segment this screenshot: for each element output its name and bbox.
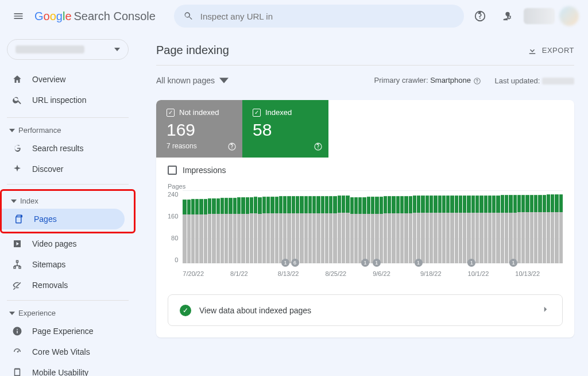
sidebar-item-label: URL inspection (32, 95, 86, 105)
group-experience[interactable]: Experience (0, 305, 138, 321)
caret-down-icon (9, 310, 15, 316)
page-title: Page indexing (156, 44, 229, 57)
tile-indexed[interactable]: Indexed 58 (242, 100, 328, 158)
help-icon[interactable] (473, 77, 481, 85)
sidebar-item-overview[interactable]: Overview (0, 69, 129, 90)
product-name: Search Console (74, 10, 156, 23)
sidebar-item-label: Overview (32, 75, 65, 84)
sidebar-item-video-pages[interactable]: Video pages (0, 233, 129, 254)
impressions-toggle[interactable]: Impressions (156, 158, 574, 183)
property-name-blur (16, 45, 84, 53)
sidebar-item-pages[interactable]: Pages (2, 209, 125, 229)
sidebar-item-label: Pages (34, 214, 57, 224)
caret-down-icon (11, 198, 17, 204)
url-inspect-input[interactable] (200, 11, 455, 21)
sidebar-item-label: Sitemaps (32, 260, 65, 269)
property-selector[interactable] (7, 39, 129, 60)
account-blur (524, 8, 555, 24)
last-updated: Last updated: (495, 76, 574, 85)
topbar: Google Search Console (0, 0, 588, 32)
group-performance[interactable]: Performance (0, 122, 138, 138)
checkbox-unchecked-icon (168, 166, 177, 175)
google-logo: Google (34, 10, 72, 23)
sidebar-item-label: Video pages (32, 239, 77, 248)
sidebar-item-sitemaps[interactable]: Sitemaps (0, 254, 129, 275)
sidebar-item-url-inspection[interactable]: URL inspection (0, 90, 129, 110)
removals-icon (11, 280, 23, 290)
check-circle-icon (180, 305, 191, 316)
sidebar-item-mobile-usability[interactable]: Mobile Usability (0, 362, 129, 376)
group-index[interactable]: Index (2, 193, 134, 209)
speed-icon (11, 347, 23, 357)
sidebar-item-core-web-vitals[interactable]: Core Web Vitals (0, 342, 129, 362)
pages-filter-dropdown[interactable]: All known pages (156, 76, 229, 85)
page-experience-icon (11, 326, 23, 336)
link-card-label: View data about indexed pages (199, 306, 311, 315)
search-icon (183, 11, 194, 21)
discover-icon (11, 164, 23, 174)
mobile-icon (11, 367, 23, 376)
checkbox-checked-icon (253, 109, 261, 117)
chart-markers: 1611111 (183, 259, 563, 267)
view-indexed-pages-link[interactable]: View data about indexed pages (168, 294, 563, 326)
chevron-right-icon (540, 304, 551, 316)
sitemap-icon (11, 259, 23, 270)
indexing-card: Not indexed 169 7 reasons Indexed 58 Imp… (156, 100, 574, 337)
sidebar-item-discover[interactable]: Discover (0, 159, 129, 179)
menu-icon[interactable] (7, 5, 30, 28)
x-axis: 7/20/228/1/228/13/228/25/229/6/229/18/22… (183, 270, 563, 277)
g-icon (11, 143, 23, 154)
sidebar-item-label: Removals (32, 281, 68, 290)
not-indexed-sub: 7 reasons (167, 142, 232, 150)
indexed-count: 58 (253, 120, 318, 140)
export-button[interactable]: EXPORT (527, 45, 574, 56)
download-icon (527, 45, 537, 56)
impressions-label: Impressions (183, 166, 226, 175)
home-icon (11, 74, 23, 85)
tile-not-indexed[interactable]: Not indexed 169 7 reasons (156, 100, 242, 158)
caret-down-icon (9, 128, 15, 133)
last-updated-value-blur (542, 78, 574, 85)
sidebar-item-label: Discover (32, 164, 63, 174)
y-axis: 240160800 (168, 191, 183, 263)
help-icon[interactable] (227, 142, 237, 153)
chart-bars (183, 191, 563, 263)
annotation-highlight: Index Pages (0, 189, 136, 233)
sidebar-item-removals[interactable]: Removals (0, 275, 129, 296)
primary-crawler: Primary crawler: Smartphone (374, 76, 481, 85)
help-icon[interactable] (314, 142, 323, 153)
filter-label: All known pages (156, 76, 215, 85)
chart: Pages 240160800 1611111 7/20/228/1/228/1… (156, 183, 574, 287)
sidebar-item-label: Page Experience (32, 327, 94, 336)
sidebar-item-label: Mobile Usability (32, 368, 88, 376)
url-inspect-search[interactable] (174, 5, 464, 28)
checkbox-checked-icon (167, 109, 175, 117)
sidebar-item-page-experience[interactable]: Page Experience (0, 321, 129, 342)
sidebar-item-search-results[interactable]: Search results (0, 138, 129, 159)
search-icon (11, 95, 23, 105)
sidebar-item-label: Core Web Vitals (32, 347, 90, 356)
chevron-down-icon (219, 76, 229, 85)
avatar[interactable] (559, 6, 579, 26)
chevron-down-icon (114, 47, 120, 52)
sidebar: Overview URL inspection Performance Sear… (0, 32, 142, 376)
pages-icon (13, 214, 25, 224)
help-icon[interactable] (469, 5, 492, 28)
export-label: EXPORT (542, 46, 574, 55)
not-indexed-count: 169 (167, 120, 232, 140)
people-settings-icon[interactable] (496, 5, 519, 28)
logo[interactable]: Google Search Console (34, 10, 156, 23)
chart-y-title: Pages (168, 183, 563, 190)
main-content: Page indexing EXPORT All known pages Pri… (142, 32, 588, 376)
sidebar-item-label: Search results (32, 144, 83, 153)
video-icon (11, 239, 23, 249)
